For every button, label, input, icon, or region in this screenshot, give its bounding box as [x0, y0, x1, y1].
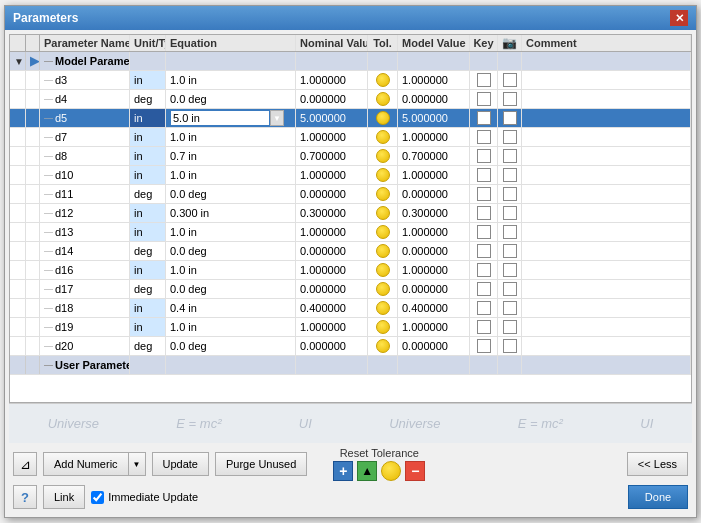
icon-checkbox[interactable] [503, 73, 517, 87]
indicator-cell [26, 109, 40, 127]
tolerance-indicator [376, 130, 390, 144]
tolerance-triangle-button[interactable]: ▲ [357, 461, 377, 481]
key-checkbox[interactable] [477, 111, 491, 125]
indicator-cell [26, 204, 40, 222]
unit-cell: in [130, 299, 166, 317]
icon-checkbox[interactable] [503, 206, 517, 220]
key-checkbox[interactable] [477, 225, 491, 239]
equation-cell: ▼ [166, 109, 296, 127]
equation-input[interactable] [170, 110, 270, 126]
table-row[interactable]: —d11 deg 0.0 deg 0.000000 0.000000 [10, 185, 691, 204]
tolerance-plus-button[interactable]: + [333, 461, 353, 481]
col-nominal: Nominal Valu [296, 35, 368, 51]
icon-checkbox[interactable] [503, 244, 517, 258]
key-checkbox[interactable] [477, 168, 491, 182]
done-button[interactable]: Done [628, 485, 688, 509]
icon-checkbox[interactable] [503, 168, 517, 182]
table-row[interactable]: —d18 in 0.4 in 0.400000 0.400000 [10, 299, 691, 318]
key-cell [470, 185, 498, 203]
nominal-cell: 1.000000 [296, 166, 368, 184]
icon-checkbox[interactable] [503, 130, 517, 144]
filter-button[interactable]: ⊿ [13, 452, 37, 476]
key-checkbox[interactable] [477, 244, 491, 258]
expand-cell [10, 166, 26, 184]
param-name-cell: —d5 [40, 109, 130, 127]
model-parameters-section[interactable]: ▼ ▶ — Model Parameters [10, 52, 691, 71]
model-tol-empty [368, 52, 398, 70]
equation-cell: 0.7 in [166, 147, 296, 165]
table-row[interactable]: —d4 deg 0.0 deg 0.000000 0.000000 [10, 90, 691, 109]
key-checkbox[interactable] [477, 206, 491, 220]
table-row[interactable]: —d13 in 1.0 in 1.000000 1.000000 [10, 223, 691, 242]
table-row[interactable]: —d3 in 1.0 in 1.000000 1.000000 [10, 71, 691, 90]
key-checkbox[interactable] [477, 187, 491, 201]
close-button[interactable]: ✕ [670, 10, 688, 26]
unit-cell: deg [130, 337, 166, 355]
comment-cell [522, 128, 691, 146]
model-value-cell: 0.700000 [398, 147, 470, 165]
comment-cell [522, 185, 691, 203]
table-row[interactable]: —d8 in 0.7 in 0.700000 0.700000 [10, 147, 691, 166]
table-row[interactable]: —d19 in 1.0 in 1.000000 1.000000 [10, 318, 691, 337]
table-row[interactable]: —d5 in ▼ 5.000000 5.000000 [10, 109, 691, 128]
key-checkbox[interactable] [477, 92, 491, 106]
tolerance-indicator [376, 206, 390, 220]
icon-cell [498, 242, 522, 260]
watermark-ui-1: UI [299, 416, 312, 431]
icon-checkbox[interactable] [503, 92, 517, 106]
update-button[interactable]: Update [152, 452, 209, 476]
equation-dropdown-arrow[interactable]: ▼ [270, 110, 284, 126]
indicator-cell [26, 185, 40, 203]
model-value-cell: 5.000000 [398, 109, 470, 127]
comment-cell [522, 71, 691, 89]
key-checkbox[interactable] [477, 263, 491, 277]
key-checkbox[interactable] [477, 320, 491, 334]
icon-checkbox[interactable] [503, 225, 517, 239]
table-row[interactable]: —d14 deg 0.0 deg 0.000000 0.000000 [10, 242, 691, 261]
icon-checkbox[interactable] [503, 263, 517, 277]
link-button[interactable]: Link [43, 485, 85, 509]
icon-checkbox[interactable] [503, 301, 517, 315]
nominal-cell: 0.000000 [296, 337, 368, 355]
icon-checkbox[interactable] [503, 282, 517, 296]
key-checkbox[interactable] [477, 339, 491, 353]
table-row[interactable]: —d10 in 1.0 in 1.000000 1.000000 [10, 166, 691, 185]
less-less-button[interactable]: << Less [627, 452, 688, 476]
icon-cell [498, 299, 522, 317]
indicator-cell [26, 223, 40, 241]
icon-checkbox[interactable] [503, 339, 517, 353]
immediate-update-checkbox[interactable] [91, 491, 104, 504]
watermark-universe-1: Universe [48, 416, 99, 431]
tolerance-circle-button[interactable] [381, 461, 401, 481]
col-unit: Unit/Typ [130, 35, 166, 51]
tolerance-indicator [376, 73, 390, 87]
key-checkbox[interactable] [477, 301, 491, 315]
key-checkbox[interactable] [477, 282, 491, 296]
key-checkbox[interactable] [477, 130, 491, 144]
icon-checkbox[interactable] [503, 111, 517, 125]
table-row[interactable]: —d12 in 0.300 in 0.300000 0.300000 [10, 204, 691, 223]
add-numeric-dropdown[interactable]: ▼ [128, 452, 146, 476]
indicator-cell [26, 90, 40, 108]
icon-checkbox[interactable] [503, 149, 517, 163]
purge-unused-button[interactable]: Purge Unused [215, 452, 307, 476]
help-button[interactable]: ? [13, 485, 37, 509]
tol-cell [368, 223, 398, 241]
table-row[interactable]: —d16 in 1.0 in 1.000000 1.000000 [10, 261, 691, 280]
tolerance-indicator [376, 320, 390, 334]
table-row[interactable]: —d7 in 1.0 in 1.000000 1.000000 [10, 128, 691, 147]
tol-cell [368, 280, 398, 298]
tol-cell [368, 204, 398, 222]
key-checkbox[interactable] [477, 149, 491, 163]
indicator-cell [26, 166, 40, 184]
icon-checkbox[interactable] [503, 187, 517, 201]
icon-checkbox[interactable] [503, 320, 517, 334]
user-parameters-section[interactable]: — User Parameters [10, 356, 691, 375]
expand-cell [10, 318, 26, 336]
tolerance-minus-button[interactable]: − [405, 461, 425, 481]
key-checkbox[interactable] [477, 73, 491, 87]
model-value-cell: 0.000000 [398, 337, 470, 355]
table-row[interactable]: —d20 deg 0.0 deg 0.000000 0.000000 [10, 337, 691, 356]
add-numeric-button[interactable]: Add Numeric [43, 452, 128, 476]
table-row[interactable]: —d17 deg 0.0 deg 0.000000 0.000000 [10, 280, 691, 299]
